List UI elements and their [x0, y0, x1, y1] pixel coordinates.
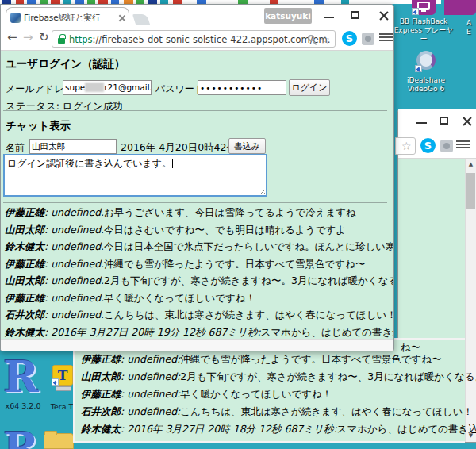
text-cursor [172, 159, 173, 168]
maximize-button[interactable] [351, 11, 359, 19]
monitor-icon [417, 2, 430, 10]
login-button[interactable]: ログイン [289, 79, 330, 96]
title-bar[interactable]: Firebase認証と実行 katsuyuki [1, 5, 393, 27]
teraterm-device-icon [56, 386, 71, 391]
divider [3, 202, 387, 203]
password-label: パスワード [155, 83, 204, 96]
forward-icon[interactable]: → [23, 32, 33, 44]
login-heading: ユーザログイン（認証） [6, 57, 125, 71]
maximize-button[interactable] [440, 117, 448, 125]
divider [3, 110, 387, 111]
address-bar[interactable]: https://firebase5-dot-sonic-solstice-422… [52, 30, 336, 48]
chat-message: 伊藤正雄: undefined:早く暖かくなってほしいですね！ [81, 389, 462, 400]
chat-message-list: 伊藤正雄: undefined.お早うございます、今日は雪降ってるようで冷えます… [5, 207, 390, 339]
url-text[interactable]: https://firebase5-dot-sonic-solstice-422… [69, 34, 330, 45]
shortcut-arrow-icon [52, 378, 59, 386]
minimize-button[interactable] [324, 17, 334, 18]
r-app-icon-2[interactable]: R [3, 427, 39, 449]
toolbar: ← → ↻ https://firebase5-dot-sonic-solsti… [1, 27, 393, 51]
tab-close-icon[interactable] [118, 14, 125, 21]
browser-window[interactable]: Firebase認証と実行 katsuyuki ← → ↻ https://fi… [0, 4, 394, 351]
chat-message: 石井次郎: undefined:こんちちは、東北は寒さが続きます、はやく春になっ… [81, 406, 462, 417]
shortcut-arrow-icon [415, 65, 422, 72]
partial-app-icon[interactable] [444, 0, 476, 15]
folder-icon[interactable] [44, 433, 74, 449]
chat-message: 鈴木健太: 2016年 3月27日 20時 18分 12秒 687ミリ秒:スマホ… [81, 424, 462, 435]
chat-message: 伊藤正雄: undefined:沖縄でも雪が降ったようです。日本すべて雪景色です… [81, 354, 462, 365]
r-app-label: x64 3.2.0 [0, 401, 46, 410]
chat-message: 鈴木健太: undefined.今日は日本全国で氷点下だったらしいですね。ほんと… [5, 241, 390, 252]
background-window-bottom[interactable]: ね〜 伊藤正雄: undefined:沖縄でも雪が降ったようです。日本すべて雪景… [73, 338, 465, 443]
shortcut-arrow-icon [412, 8, 419, 15]
message-textarea[interactable]: ログイン認証後に書き込んでいます。 [3, 154, 267, 197]
scrollbar-thumb[interactable] [466, 173, 475, 209]
url-box-end[interactable]: ☆ [395, 137, 416, 155]
chat-message: 伊藤正雄: undefined.お早うございます、今日は雪降ってるようで冷えます… [5, 207, 390, 218]
status-text: ステータス: ログイン成功 [6, 100, 123, 113]
chat-message: 石井次郎: undefined.こんちちは、東北は寒さが続きます、はやく春になっ… [5, 309, 390, 320]
reload-icon[interactable]: ↻ [39, 32, 49, 44]
email-input[interactable]: super21@gmail.com [63, 80, 152, 95]
partial-app-label: A E [466, 19, 476, 36]
close-button[interactable] [378, 10, 389, 21]
write-button[interactable]: 書込み [228, 138, 266, 154]
skype-icon[interactable]: S [420, 138, 436, 153]
extension-icon[interactable] [362, 33, 374, 45]
chat-message: 山田太郎: undefined:2月も下旬ですが、寒さが続きますね〜、3月になれ… [81, 371, 462, 382]
horizontal-scrollbar[interactable] [1, 339, 393, 351]
chat-message: 鈴木健太: 2016年 3月27日 20時 19分 12秒 687ミリ秒:スマホ… [5, 327, 390, 338]
menu-icon[interactable] [456, 140, 470, 151]
chat-message: 伊藤正雄: undefined.早く暖かくなってほしいですね！ [5, 293, 390, 304]
chat-message: 山田太郎: undefined.2月も下旬ですが、寒さが続きますね〜。3月になれ… [5, 275, 390, 286]
firebase-favicon [10, 13, 21, 23]
password-input[interactable] [198, 80, 286, 95]
title-bar[interactable] [398, 109, 476, 133]
vertical-scrollbar[interactable]: ▲ ▼ [465, 159, 476, 442]
bookmark-star-icon[interactable]: ☆ [320, 34, 330, 45]
resize-handle-icon[interactable] [258, 187, 265, 194]
https-lock-icon [58, 38, 65, 44]
bb-flashback-label[interactable]: BB FlashBack Express プレーヤー [393, 17, 454, 44]
page-content: ユーザログイン（認証） メールアドレス super21@gmail.com パス… [1, 51, 393, 339]
toolbar: ☆ S [398, 133, 476, 159]
bookmark-star-icon[interactable]: ☆ [401, 140, 412, 152]
new-tab-button[interactable] [132, 14, 150, 25]
skype-icon[interactable]: S [342, 31, 357, 46]
extension-icon[interactable] [440, 140, 453, 152]
zoom-icon[interactable] [308, 35, 314, 41]
chat-heading: チャット表示 [6, 119, 71, 133]
close-button[interactable] [462, 116, 472, 126]
idealshare-label[interactable]: iDealshare VideoGo 6 [397, 76, 455, 94]
browser-tab[interactable]: Firebase認証と実行 [6, 7, 129, 27]
name-input[interactable] [29, 139, 117, 154]
chat-message-list: 伊藤正雄: undefined:沖縄でも雪が降ったようです。日本すべて雪景色です… [81, 354, 462, 441]
minimize-button[interactable] [416, 122, 427, 124]
tab-title: Firebase認証と実行 [24, 13, 101, 24]
menu-icon[interactable] [379, 33, 393, 44]
profile-badge[interactable]: katsuyuki [264, 8, 312, 24]
chat-message: 山田太郎: undefined.今日はさむいですね〜、でも明日は晴れるようですよ [5, 224, 390, 236]
back-icon[interactable]: ← [7, 32, 17, 44]
r-app-icon[interactable]: R [3, 355, 39, 398]
chat-message: 伊藤正雄: undefined.沖縄でも雪が降ったようです。日本すべて雪景色です… [5, 259, 390, 270]
scroll-up-icon[interactable]: ▲ [466, 159, 476, 171]
redacted-blur [85, 83, 104, 92]
tera-letter: T [58, 367, 68, 383]
name-label: 名前 [6, 141, 25, 155]
